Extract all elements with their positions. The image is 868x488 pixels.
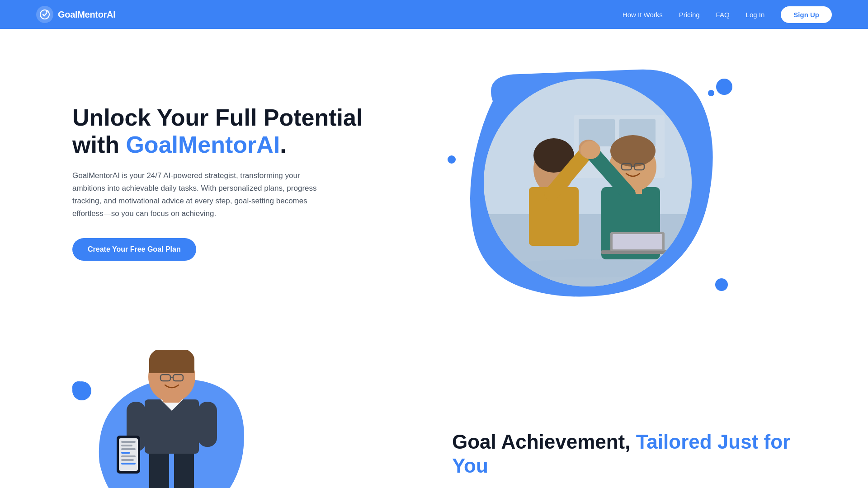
hero-blob-container <box>457 65 719 300</box>
hero-content: Unlock Your Full Potential with GoalMent… <box>72 104 380 261</box>
svg-rect-28 <box>174 449 194 488</box>
nav-pricing[interactable]: Pricing <box>679 11 700 19</box>
svg-rect-40 <box>121 463 136 465</box>
dot-left-mid <box>448 155 456 164</box>
svg-rect-38 <box>121 455 136 457</box>
hero-description: GoalMentorAI is your 24/7 AI-powered str… <box>72 169 326 220</box>
nav-how-it-works[interactable]: How It Works <box>623 11 663 19</box>
hero-photo-circle <box>484 79 692 286</box>
svg-rect-35 <box>121 445 132 446</box>
logo-text: GoalMentorAI <box>58 9 116 20</box>
section-two-image <box>72 345 416 488</box>
svg-rect-24 <box>613 234 662 249</box>
svg-rect-37 <box>121 452 130 454</box>
svg-rect-34 <box>121 441 136 443</box>
svg-point-16 <box>610 135 656 167</box>
section-two: Goal Achievement, Tailored Just for You … <box>0 327 868 488</box>
person-blob-container <box>72 345 262 488</box>
section-two-text: Goal Achievement, Tailored Just for You … <box>452 430 796 488</box>
logo-icon <box>36 6 53 23</box>
section-two-title: Goal Achievement, Tailored Just for You <box>452 430 796 478</box>
hero-title: Unlock Your Full Potential with GoalMent… <box>72 104 380 159</box>
hero-section: Unlock Your Full Potential with GoalMent… <box>0 29 868 327</box>
svg-rect-31 <box>198 402 217 447</box>
dot-top-right-sm <box>708 90 714 96</box>
dot-lg-3 <box>72 381 85 394</box>
hero-photo <box>484 79 692 286</box>
svg-rect-44 <box>149 360 194 373</box>
nav-faq[interactable]: FAQ <box>716 11 730 19</box>
svg-point-7 <box>497 259 678 277</box>
dot-bottom-right <box>715 278 728 291</box>
hero-title-punctuation: . <box>280 131 286 158</box>
section-two-title-part1: Goal Achievement, <box>452 431 636 453</box>
svg-rect-27 <box>149 449 169 488</box>
svg-rect-36 <box>121 448 136 450</box>
svg-point-1 <box>46 10 49 13</box>
svg-point-21 <box>580 141 600 159</box>
nav-links: How It Works Pricing FAQ Log In Sign Up <box>623 6 832 23</box>
person-with-phone <box>108 350 235 488</box>
hero-image-area <box>380 65 796 300</box>
nav-login[interactable]: Log In <box>746 11 765 19</box>
svg-rect-39 <box>121 459 134 461</box>
hero-cta-button[interactable]: Create Your Free Goal Plan <box>72 238 196 261</box>
navbar: GoalMentorAI How It Works Pricing FAQ Lo… <box>0 0 868 29</box>
logo[interactable]: GoalMentorAI <box>36 6 116 23</box>
signup-button[interactable]: Sign Up <box>781 6 832 23</box>
dot-top-right <box>716 79 732 95</box>
svg-rect-33 <box>119 438 138 471</box>
hero-title-brand: GoalMentorAI <box>126 131 280 158</box>
